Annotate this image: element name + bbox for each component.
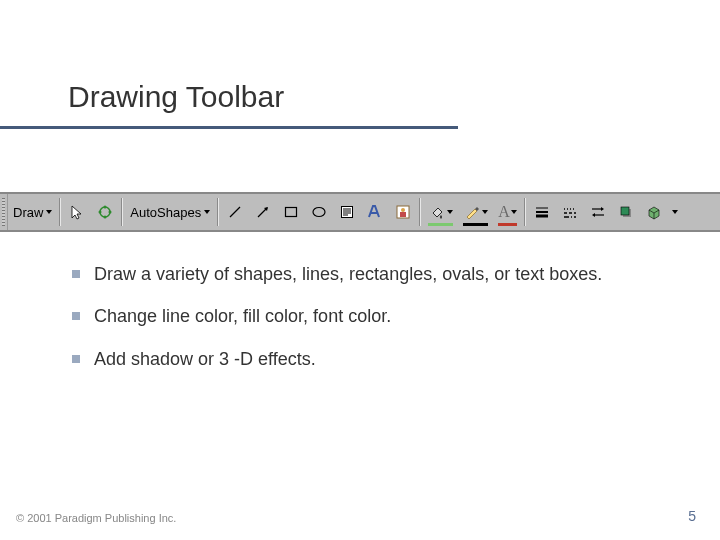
3d-icon [645,203,663,221]
chevron-down-icon [204,210,210,214]
rectangle-tool-button[interactable] [277,194,305,230]
list-item: Change line color, fill color, font colo… [72,304,662,328]
autoshapes-menu-button[interactable]: AutoShapes [125,194,215,230]
fill-color-button[interactable] [423,194,458,230]
toolbar-separator [121,198,123,226]
chevron-down-icon[interactable] [447,210,453,214]
chevron-down-icon [46,210,52,214]
draw-menu-label: Draw [13,205,43,220]
oval-icon [310,203,328,221]
toolbar-separator [59,198,61,226]
line-tool-button[interactable] [221,194,249,230]
shadow-button[interactable] [612,194,640,230]
line-icon [226,203,244,221]
font-color-swatch [498,223,517,226]
chevron-down-icon [672,210,678,214]
slide-title: Drawing Toolbar [68,80,284,114]
rectangle-icon [282,203,300,221]
chevron-down-icon[interactable] [482,210,488,214]
bullet-text: Add shadow or 3 -D effects. [94,347,316,371]
toolbar-drag-handle[interactable] [0,194,8,230]
toolbar-overflow-button[interactable] [668,194,681,230]
arrow-icon [254,203,272,221]
bullet-list: Draw a variety of shapes, lines, rectang… [72,262,662,389]
svg-point-3 [104,216,107,219]
bullet-marker [72,355,80,363]
footer-page-number: 5 [688,508,696,524]
arrow-style-button[interactable] [584,194,612,230]
arrow-tool-button[interactable] [249,194,277,230]
wordart-button[interactable] [361,194,389,230]
select-arrow-icon [68,203,86,221]
title-underline [0,126,458,129]
line-color-icon [463,203,481,221]
font-color-icon: A [498,203,510,221]
svg-point-4 [99,211,102,214]
chevron-down-icon[interactable] [511,210,517,214]
list-item: Add shadow or 3 -D effects. [72,347,662,371]
svg-point-8 [313,208,325,217]
svg-line-5 [230,207,240,217]
svg-point-16 [401,208,405,212]
fill-color-icon [428,203,446,221]
oval-tool-button[interactable] [305,194,333,230]
bullet-marker [72,312,80,320]
autoshapes-label: AutoShapes [130,205,201,220]
drawing-toolbar: Draw AutoShapes [0,192,720,232]
text-box-button[interactable] [333,194,361,230]
dash-style-button[interactable] [556,194,584,230]
insert-clipart-icon [394,203,412,221]
arrow-style-icon [589,203,607,221]
free-rotate-button[interactable] [91,194,119,230]
insert-clipart-button[interactable] [389,194,417,230]
toolbar-separator [419,198,421,226]
footer-copyright: © 2001 Paradigm Publishing Inc. [16,512,176,524]
toolbar-separator [524,198,526,226]
svg-rect-27 [621,207,629,215]
free-rotate-icon [96,203,114,221]
line-style-button[interactable] [528,194,556,230]
3d-button[interactable] [640,194,668,230]
svg-rect-9 [342,207,353,218]
svg-rect-17 [400,212,406,217]
font-color-button[interactable]: A [493,194,522,230]
list-item: Draw a variety of shapes, lines, rectang… [72,262,662,286]
text-box-icon [338,203,356,221]
bullet-marker [72,270,80,278]
svg-rect-7 [286,208,297,217]
line-color-button[interactable] [458,194,493,230]
wordart-icon [366,203,384,221]
bullet-text: Draw a variety of shapes, lines, rectang… [94,262,602,286]
line-style-icon [533,203,551,221]
bullet-text: Change line color, fill color, font colo… [94,304,391,328]
svg-point-2 [109,211,112,214]
shadow-icon [617,203,635,221]
svg-point-1 [104,206,107,209]
draw-menu-button[interactable]: Draw [8,194,57,230]
dash-style-icon [561,203,579,221]
select-objects-button[interactable] [63,194,91,230]
toolbar-separator [217,198,219,226]
line-color-swatch [463,223,488,226]
fill-color-swatch [428,223,453,226]
